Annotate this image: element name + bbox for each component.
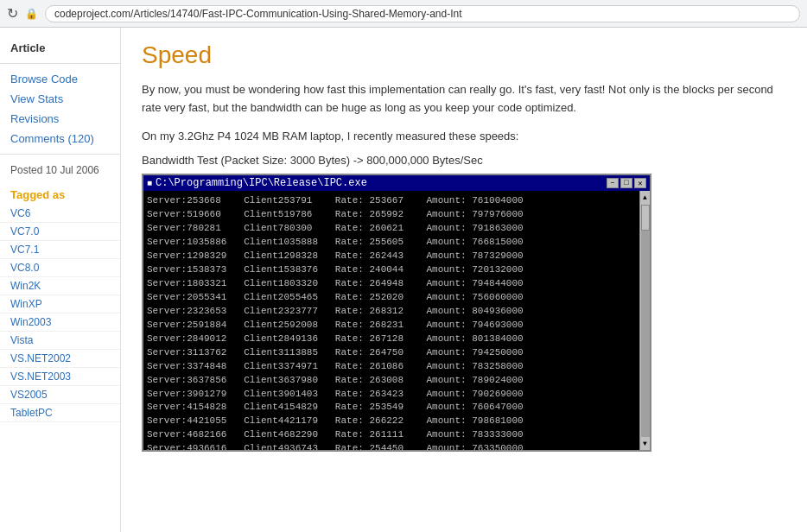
console-close-button[interactable]: ✕: [634, 178, 646, 188]
sidebar-article-label: Article: [0, 36, 120, 58]
sidebar-tag-winxp[interactable]: WinXP: [0, 295, 120, 314]
console-line: Server:1035886 Client1035888 Rate: 25560…: [147, 236, 636, 250]
sidebar-divider-1: [0, 63, 120, 64]
console-title: C:\Programming\IPC\Release\IPC.exe: [156, 177, 367, 189]
console-line: Server:4154828 Client4154829 Rate: 25354…: [147, 401, 636, 415]
console-line: Server:4421055 Client4421179 Rate: 26622…: [147, 415, 636, 428]
console-titlebar: ■ C:\Programming\IPC\Release\IPC.exe – □…: [143, 175, 650, 191]
refresh-icon[interactable]: ↻: [7, 5, 18, 22]
console-line: Server:1298329 Client1298328 Rate: 26244…: [147, 250, 636, 263]
lock-icon: 🔒: [25, 8, 38, 20]
console-line: Server:3374848 Client3374971 Rate: 26108…: [147, 360, 636, 374]
sidebar-divider-2: [0, 154, 120, 155]
console-line: Server:4936616 Client4936743 Rate: 25445…: [147, 442, 636, 450]
scroll-track: [641, 205, 650, 437]
bandwidth-label: Bandwidth Test (Packet Size: 3000 Bytes)…: [142, 154, 786, 167]
url-bar[interactable]: codeproject.com/Articles/14740/Fast-IPC-…: [45, 5, 800, 22]
console-body: Server:253668 Client253791 Rate: 253667 …: [143, 191, 650, 450]
console-lines: Server:253668 Client253791 Rate: 253667 …: [147, 194, 646, 450]
speed-note: On my 3.2Ghz P4 1024 MB RAM laptop, I re…: [142, 128, 786, 146]
sidebar-tagged-label: Tagged as: [0, 181, 120, 205]
console-line: Server:2055341 Client2055465 Rate: 25202…: [147, 291, 636, 305]
sidebar-tag-vs2005[interactable]: VS2005: [0, 386, 120, 404]
console-line: Server:2591884 Client2592008 Rate: 26823…: [147, 319, 636, 332]
console-line: Server:3637856 Client3637980 Rate: 26300…: [147, 374, 636, 388]
scroll-down-arrow[interactable]: ▼: [643, 437, 647, 451]
console-line: Server:2849012 Client2849136 Rate: 26712…: [147, 332, 636, 346]
sidebar-tag-vsnet2003[interactable]: VS.NET2003: [0, 368, 120, 386]
sidebar-tag-vsnet2002[interactable]: VS.NET2002: [0, 350, 120, 368]
sidebar: Article Browse Code View Stats Revisions…: [0, 28, 121, 532]
sidebar-tag-vc71[interactable]: VC7.1: [0, 241, 120, 259]
sidebar-link-revisions[interactable]: Revisions: [0, 109, 120, 129]
sidebar-tag-vc6[interactable]: VC6: [0, 205, 120, 223]
sidebar-tag-vista[interactable]: Vista: [0, 332, 120, 350]
console-line: Server:4682166 Client4682290 Rate: 26111…: [147, 428, 636, 442]
scroll-thumb[interactable]: [641, 205, 650, 231]
browser-bar: ↻ 🔒 codeproject.com/Articles/14740/Fast-…: [0, 0, 807, 28]
sidebar-tag-win2k[interactable]: Win2K: [0, 277, 120, 295]
console-cmd-icon: ■: [147, 179, 152, 188]
console-line: Server:1538373 Client1538376 Rate: 24004…: [147, 263, 636, 277]
console-window: ■ C:\Programming\IPC\Release\IPC.exe – □…: [142, 174, 651, 452]
scroll-up-arrow[interactable]: ▲: [643, 191, 647, 205]
console-restore-button[interactable]: □: [620, 178, 632, 188]
sidebar-tag-vc80[interactable]: VC8.0: [0, 259, 120, 277]
console-line: Server:253668 Client253791 Rate: 253667 …: [147, 194, 636, 208]
sidebar-link-browse-code[interactable]: Browse Code: [0, 69, 120, 89]
sidebar-tag-tabletpc[interactable]: TabletPC: [0, 404, 120, 422]
console-scrollbar[interactable]: ▲ ▼: [639, 191, 650, 450]
page-title: Speed: [142, 41, 786, 69]
sidebar-link-comments[interactable]: Comments (120): [0, 129, 120, 149]
console-line: Server:519660 Client519786 Rate: 265992 …: [147, 208, 636, 222]
console-minimize-button[interactable]: –: [607, 178, 619, 188]
sidebar-tag-win2003[interactable]: Win2003: [0, 314, 120, 332]
console-line: Server:780281 Client780300 Rate: 260621 …: [147, 222, 636, 236]
console-line: Server:3901279 Client3901403 Rate: 26342…: [147, 388, 636, 402]
console-titlebar-left: ■ C:\Programming\IPC\Release\IPC.exe: [147, 177, 367, 189]
main-layout: Article Browse Code View Stats Revisions…: [0, 28, 807, 532]
console-line: Server:3113762 Client3113885 Rate: 26475…: [147, 346, 636, 360]
sidebar-posted: Posted 10 Jul 2006: [0, 160, 120, 181]
sidebar-tag-vc70[interactable]: VC7.0: [0, 223, 120, 241]
console-controls: – □ ✕: [607, 178, 646, 188]
sidebar-link-view-stats[interactable]: View Stats: [0, 89, 120, 109]
console-line: Server:2323653 Client2323777 Rate: 26831…: [147, 305, 636, 319]
console-line: Server:1803321 Client1803320 Rate: 26494…: [147, 277, 636, 291]
intro-paragraph: By now, you must be wondering how fast t…: [142, 81, 786, 117]
main-content: Speed By now, you must be wondering how …: [121, 28, 807, 532]
